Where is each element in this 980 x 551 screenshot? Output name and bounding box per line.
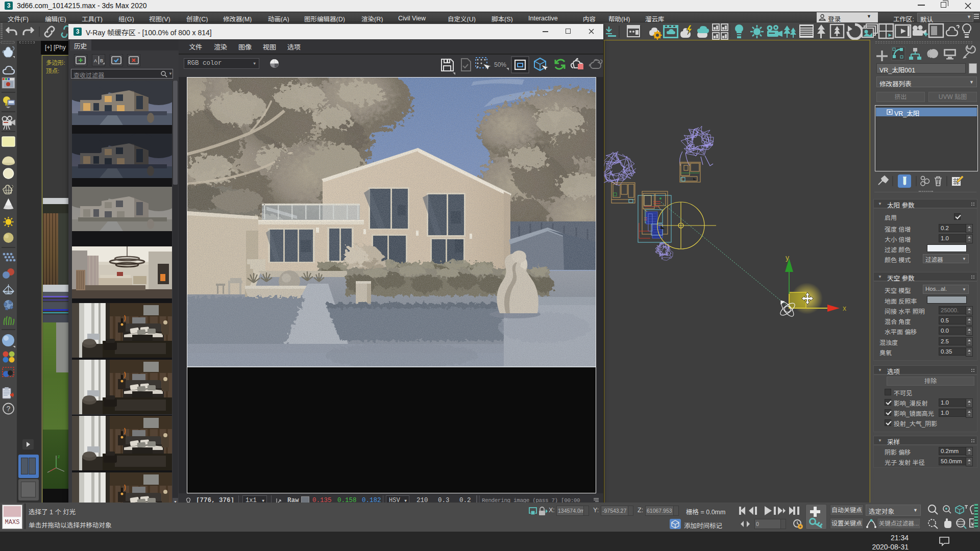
svg-text:?: ?: [7, 405, 11, 413]
svg-text:A: A: [94, 58, 97, 63]
svg-text:y: y: [786, 254, 789, 262]
svg-text:z: z: [58, 454, 60, 459]
svg-text:x: x: [843, 304, 846, 312]
svg-text:50%: 50%: [494, 61, 506, 68]
svg-text:B: B: [100, 58, 103, 63]
